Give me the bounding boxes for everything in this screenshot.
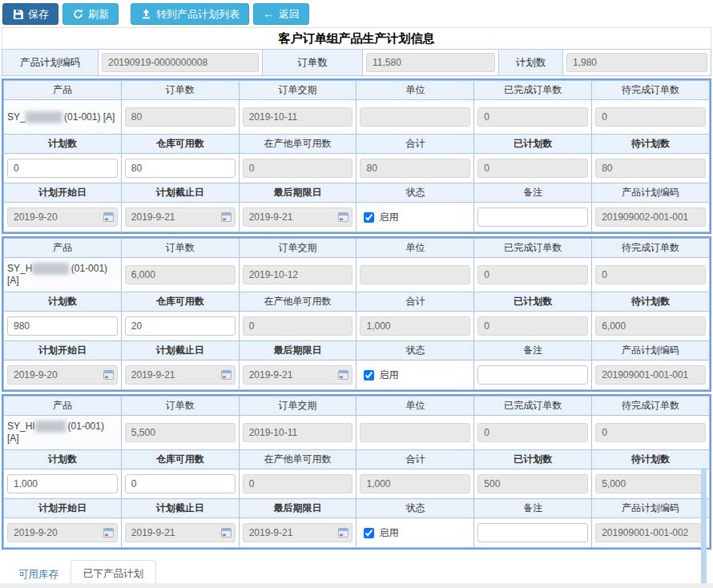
total-header: 合计 — [356, 292, 474, 312]
plan-block-3: 产品 订单数 订单交期 单位 已完成订单数 待完成订单数 SY_HI█████ … — [2, 394, 711, 550]
total-qty-input — [360, 159, 470, 178]
vertical-scrollbar[interactable] — [701, 468, 707, 588]
plan-code-input — [595, 365, 706, 385]
deadline-date-input[interactable] — [243, 365, 353, 385]
calendar-icon[interactable] — [338, 212, 348, 222]
plan-block-2: 产品 订单数 订单交期 单位 已完成订单数 待完成订单数 SY_H██████ … — [2, 236, 711, 392]
plan-qty-header: 计划数 — [4, 135, 122, 154]
planned-qty-input — [477, 474, 588, 493]
back-button[interactable]: ← 返回 — [253, 3, 309, 25]
summary-plan-qty-input — [566, 53, 707, 72]
redacted-text: ██████ — [32, 263, 68, 274]
refresh-icon — [72, 9, 83, 20]
plan-code-header: 产品计划编码 — [592, 183, 710, 203]
deadline-date-input[interactable] — [243, 207, 353, 227]
status-header: 状态 — [356, 183, 474, 203]
summary-plan-code-input — [102, 53, 259, 72]
status-header: 状态 — [356, 341, 474, 360]
calendar-icon[interactable] — [103, 212, 114, 222]
completed-header: 已完成订单数 — [474, 397, 592, 416]
enabled-checkbox[interactable] — [364, 212, 374, 223]
calendar-icon[interactable] — [103, 528, 114, 538]
plan-qty-input[interactable] — [7, 159, 118, 178]
enabled-label: 启用 — [379, 526, 398, 540]
product-name: SY_██████ (01-001) [A] — [4, 100, 122, 135]
enabled-checkbox[interactable] — [364, 528, 374, 538]
remark-input[interactable] — [477, 207, 588, 227]
plan-start-date-input[interactable] — [7, 207, 118, 227]
remark-header: 备注 — [474, 183, 592, 203]
warehouse-qty-input[interactable] — [125, 316, 236, 336]
completed-header: 已完成订单数 — [474, 239, 592, 258]
enabled-label: 启用 — [379, 369, 398, 382]
summary-plan-code-label: 产品计划编码 — [2, 50, 99, 75]
summary-plan-qty-label: 计划数 — [499, 50, 563, 75]
plan-start-date-input[interactable] — [7, 523, 118, 542]
uncompleted-header: 待完成订单数 — [592, 239, 710, 258]
planned-qty-input — [477, 159, 588, 178]
delivery-date-input — [243, 423, 353, 442]
calendar-icon[interactable] — [103, 370, 114, 380]
delivery-header: 订单交期 — [239, 239, 356, 258]
plan-end-date-input[interactable] — [125, 365, 236, 385]
status-header: 状态 — [356, 499, 474, 518]
summary-order-qty-label: 订单数 — [263, 50, 363, 75]
to-plan-qty-input — [595, 316, 706, 336]
back-arrow-icon: ← — [263, 9, 274, 19]
calendar-icon[interactable] — [338, 528, 348, 538]
calendar-icon[interactable] — [221, 528, 232, 538]
planned-header: 已计划数 — [474, 450, 592, 469]
product-header: 产品 — [4, 397, 122, 416]
deadline-header: 最后期限日 — [239, 183, 356, 203]
save-button[interactable]: 保存 — [2, 3, 58, 25]
plan-qty-input[interactable] — [7, 474, 118, 493]
planned-header: 已计划数 — [474, 135, 592, 154]
start-date-header: 计划开始日 — [4, 341, 122, 360]
plan-code-input — [595, 207, 706, 227]
total-qty-input — [360, 474, 470, 493]
unit-header: 单位 — [356, 397, 474, 416]
deadline-header: 最后期限日 — [239, 341, 356, 360]
completed-header: 已完成订单数 — [474, 81, 592, 100]
plan-qty-input[interactable] — [7, 316, 118, 336]
end-date-header: 计划截止日 — [121, 499, 239, 518]
other-avail-header: 在产他单可用数 — [239, 292, 356, 312]
plan-code-input — [595, 523, 706, 542]
summary-order-qty-input — [366, 53, 495, 72]
save-icon — [12, 9, 23, 20]
plan-start-date-input[interactable] — [7, 365, 118, 385]
plan-qty-header: 计划数 — [4, 292, 122, 312]
enabled-label: 启用 — [379, 211, 398, 224]
goto-plan-list-button[interactable]: 转到产品计划列表 — [131, 3, 249, 25]
calendar-icon[interactable] — [221, 212, 232, 222]
toolbar: 保存 刷新 转到产品计划列表 ← 返回 — [0, 0, 713, 27]
deadline-date-input[interactable] — [243, 523, 353, 542]
end-date-header: 计划截止日 — [121, 341, 239, 360]
bottom-scroll-strip — [0, 583, 713, 588]
page-title: 客户订单组产品生产计划信息 — [2, 27, 711, 49]
plan-end-date-input[interactable] — [125, 207, 236, 227]
total-header: 合计 — [356, 450, 474, 469]
warehouse-header: 仓库可用数 — [121, 292, 239, 312]
start-date-header: 计划开始日 — [4, 183, 122, 203]
warehouse-qty-input[interactable] — [125, 159, 236, 178]
calendar-icon[interactable] — [221, 370, 232, 380]
product-header: 产品 — [4, 81, 122, 100]
remark-header: 备注 — [474, 341, 592, 360]
warehouse-qty-input[interactable] — [125, 474, 236, 493]
remark-input[interactable] — [477, 523, 588, 542]
other-order-qty-input — [243, 159, 353, 178]
enabled-checkbox[interactable] — [364, 370, 374, 381]
uncompleted-qty-input — [595, 423, 706, 442]
planned-qty-input — [477, 316, 588, 336]
uncompleted-qty-input — [595, 107, 706, 127]
summary-plan-code-cell — [99, 50, 263, 75]
delivery-date-input — [243, 265, 353, 284]
calendar-icon[interactable] — [338, 370, 348, 380]
refresh-button[interactable]: 刷新 — [62, 3, 119, 25]
other-avail-header: 在产他单可用数 — [239, 135, 356, 154]
unit-input — [360, 265, 470, 284]
remark-input[interactable] — [477, 365, 588, 385]
uncompleted-qty-input — [595, 265, 706, 284]
plan-end-date-input[interactable] — [125, 523, 236, 542]
